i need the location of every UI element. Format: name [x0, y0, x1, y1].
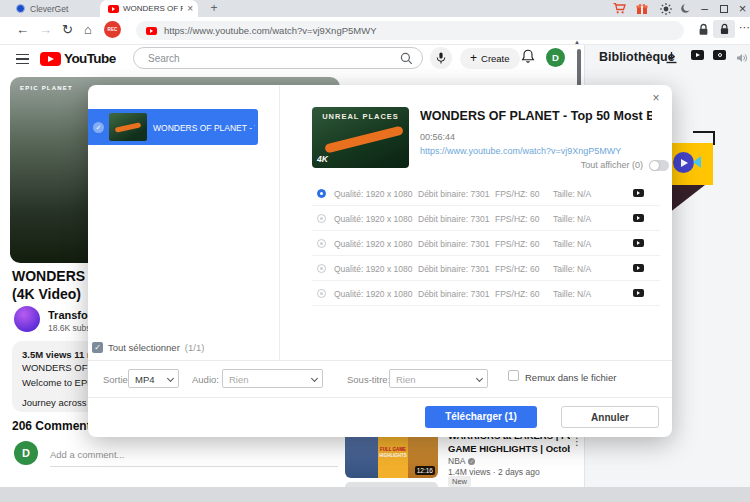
- dialog-video-duration: 00:56:44: [420, 132, 455, 142]
- more-options-icon[interactable]: ⋮: [572, 436, 582, 447]
- forward-icon[interactable]: →: [39, 22, 52, 37]
- voice-search-button[interactable]: [430, 47, 452, 69]
- comment-input[interactable]: Add a comment...: [50, 449, 124, 460]
- video-file-icon: [633, 239, 644, 247]
- quality-text: Qualité: 1920 x 1080: [334, 264, 412, 274]
- gift-icon[interactable]: [634, 2, 649, 15]
- suggested-title-line2[interactable]: GAME HIGHLIGHTS | October ...: [448, 443, 570, 454]
- url-bar[interactable]: https://www.youtube.com/watch?v=vj9XngP5…: [136, 21, 684, 40]
- light-mode-icon[interactable]: [658, 2, 673, 15]
- dialog-video-url[interactable]: https://www.youtube.com/watch?v=vj9XngP5…: [420, 146, 621, 156]
- quality-text: Qualité: 1920 x 1080: [334, 289, 412, 299]
- create-button[interactable]: + Create: [460, 48, 520, 69]
- remux-checkbox[interactable]: [508, 370, 519, 381]
- notifications-bell-icon[interactable]: [521, 49, 535, 68]
- show-all-toggle[interactable]: [649, 160, 669, 171]
- tab-label: CleverGet: [30, 4, 68, 14]
- size-text: Taille: N/A: [553, 289, 591, 299]
- audio-library-icon[interactable]: [736, 50, 748, 68]
- select-all-checkbox[interactable]: ✓: [92, 342, 103, 353]
- tab-close-icon[interactable]: ×: [187, 4, 193, 14]
- audio-select[interactable]: Rien: [222, 369, 323, 388]
- back-icon[interactable]: ←: [16, 22, 29, 37]
- channel-avatar[interactable]: [14, 306, 40, 332]
- quality-radio[interactable]: [317, 289, 326, 298]
- search-placeholder: Search: [148, 53, 400, 64]
- youtube-play-icon: [40, 52, 61, 66]
- search-input[interactable]: Search: [133, 47, 423, 69]
- download-tab-icon[interactable]: [665, 50, 678, 68]
- lock-icon[interactable]: [698, 23, 709, 36]
- hamburger-menu-icon[interactable]: [16, 54, 29, 64]
- cart-icon[interactable]: [612, 2, 627, 15]
- comment-avatar: D: [14, 441, 38, 465]
- divider: [88, 397, 672, 398]
- quality-radio[interactable]: [317, 189, 326, 198]
- maximize-button[interactable]: [716, 2, 731, 15]
- new-badge: New: [448, 476, 471, 487]
- download-detector-icon[interactable]: [713, 20, 735, 38]
- cleverget-favicon: [16, 4, 25, 13]
- illustration-shadow-triangle: [669, 185, 705, 213]
- illustration-camera-icon: [673, 152, 694, 173]
- quality-radio[interactable]: [317, 214, 326, 223]
- quality-text: Qualité: 1920 x 1080: [334, 189, 412, 199]
- home-icon[interactable]: ⌂: [84, 22, 92, 37]
- cancel-button[interactable]: Annuler: [561, 406, 659, 428]
- tab-label: WONDERS OF PLANE: [123, 4, 183, 13]
- fps-text: FPS/HZ: 60: [495, 289, 539, 299]
- user-avatar[interactable]: D: [546, 48, 565, 67]
- output-label: Sortie:: [103, 374, 130, 385]
- quality-radio[interactable]: [317, 239, 326, 248]
- video-library-icon[interactable]: [691, 50, 704, 60]
- chevron-down-icon: [311, 375, 318, 382]
- dark-mode-icon[interactable]: [678, 2, 693, 15]
- quality-row[interactable]: Qualité: 1920 x 1080 Débit binaire: 7301…: [312, 281, 660, 306]
- bitrate-text: Débit binaire: 7301: [418, 264, 489, 274]
- audio-label: Audio:: [192, 374, 219, 385]
- quality-text: Qualité: 1920 x 1080: [334, 239, 412, 249]
- maximize-icon: [720, 5, 728, 13]
- divider: [88, 360, 672, 361]
- search-icon[interactable]: [400, 52, 413, 65]
- video-detail-thumbnail: UNREAL PLACES 4K: [312, 107, 409, 168]
- size-text: Taille: N/A: [553, 264, 591, 274]
- select-all-row[interactable]: ✓ Tout sélectionner (1/1): [92, 342, 204, 353]
- quality-radio[interactable]: [317, 264, 326, 273]
- window-bottom-strip: [0, 487, 750, 502]
- fps-text: FPS/HZ: 60: [495, 189, 539, 199]
- reload-icon[interactable]: ↻: [62, 22, 73, 37]
- video-file-icon: [633, 214, 644, 222]
- quality-row[interactable]: Qualité: 1920 x 1080 Débit binaire: 7301…: [312, 256, 660, 281]
- download-dialog: × ✓ WONDERS OF PLANET - Top 50 ... ✓ Tou…: [88, 85, 672, 437]
- download-button[interactable]: Télécharger (1): [425, 406, 537, 428]
- plus-icon: +: [470, 51, 477, 65]
- quality-row[interactable]: Qualité: 1920 x 1080 Débit binaire: 7301…: [312, 206, 660, 231]
- youtube-logo[interactable]: YouTube: [40, 51, 116, 66]
- subtitle-select[interactable]: Rien: [389, 369, 488, 388]
- video-title-line2: (4K Video): [12, 286, 81, 302]
- scrollbar-up-arrow[interactable]: ▲: [574, 39, 580, 45]
- close-window-button[interactable]: ×: [735, 2, 750, 15]
- minimize-button[interactable]: –: [697, 2, 712, 15]
- output-format-select[interactable]: MP4: [128, 369, 179, 388]
- video-list-item-selected[interactable]: ✓ WONDERS OF PLANET - Top 50 ...: [88, 109, 258, 145]
- dialog-close-icon[interactable]: ×: [648, 90, 664, 106]
- suggested-channel[interactable]: NBA ✓: [448, 456, 475, 466]
- quality-row[interactable]: Qualité: 1920 x 1080 Débit binaire: 7301…: [312, 231, 660, 256]
- fps-text: FPS/HZ: 60: [495, 214, 539, 224]
- recorded-library-icon[interactable]: [713, 50, 726, 60]
- item-check-icon[interactable]: ✓: [93, 122, 104, 133]
- new-tab-button[interactable]: +: [206, 1, 222, 16]
- tab-youtube-video[interactable]: WONDERS OF PLANE ×: [100, 0, 198, 17]
- quality-text: Qualité: 1920 x 1080: [334, 214, 412, 224]
- tab-cleverget[interactable]: CleverGet: [6, 0, 98, 17]
- video-file-icon: [633, 189, 644, 197]
- size-text: Taille: N/A: [553, 189, 591, 199]
- menu-dots-icon[interactable]: ⋯: [739, 21, 750, 34]
- quality-row[interactable]: Qualité: 1920 x 1080 Débit binaire: 7301…: [312, 181, 660, 206]
- tab-bar: CleverGet WONDERS OF PLANE × + – ×: [0, 0, 750, 17]
- comment-input-underline: [50, 466, 338, 467]
- record-button[interactable]: REC: [104, 21, 121, 38]
- comments-heading: 206 Comments: [12, 419, 97, 433]
